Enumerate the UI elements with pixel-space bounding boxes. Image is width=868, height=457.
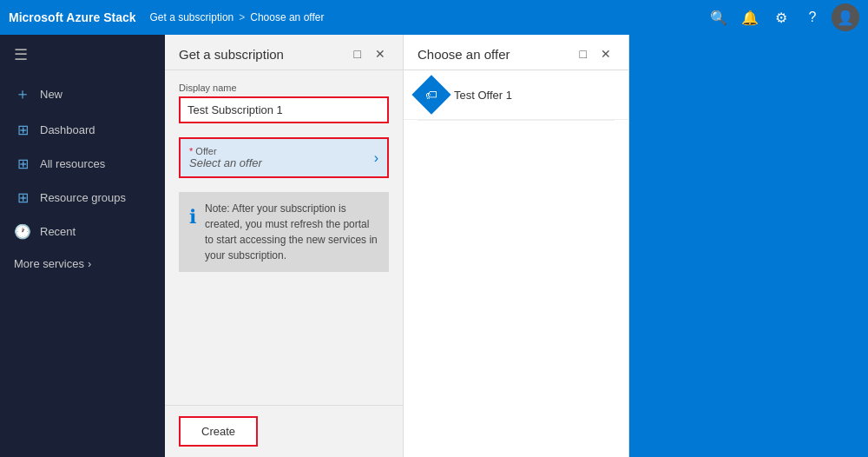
offer-selector-content: * Offer Select an offer [189,146,262,169]
notifications-icon[interactable]: 🔔 [738,5,762,30]
recent-icon: 🕐 [14,223,31,240]
panel-left-title: Get a subscription [179,47,284,62]
offer-chevron-icon: › [374,150,378,166]
display-name-group: Display name [179,83,389,123]
more-services-label: More services [14,257,84,270]
info-text: Note: After your subscription is created… [205,201,378,263]
sidebar-item-recent[interactable]: 🕐 Recent [0,215,165,248]
panel-right-minimize[interactable]: □ [576,45,590,63]
dashboard-icon: ⊞ [14,122,31,138]
panel-left-minimize[interactable]: □ [351,45,365,63]
offer-list: 🏷 Test Offer 1 [404,70,628,120]
offer-label: * Offer [189,146,262,156]
panel-right-title: Choose an offer [418,47,510,62]
info-box: ℹ Note: After your subscription is creat… [179,192,389,272]
sidebar-item-dashboard[interactable]: ⊞ Dashboard [0,113,165,147]
sidebar-label-dashboard: Dashboard [40,123,95,136]
more-services-link[interactable]: More services › [0,248,165,279]
resource-groups-icon: ⊞ [14,189,31,206]
sidebar-label-new: New [40,88,62,101]
panel-right-header: Choose an offer □ ✕ [404,35,628,70]
main-layout: ☰ ＋ New ⊞ Dashboard ⊞ All resources ⊞ Re… [0,35,868,457]
breadcrumb-step1[interactable]: Get a subscription [150,11,234,23]
offer-tag-icon: 🏷 [411,75,450,114]
brand-title: Microsoft Azure Stack [9,10,136,24]
all-resources-icon: ⊞ [14,156,31,172]
sidebar-item-all-resources[interactable]: ⊞ All resources [0,147,165,181]
content-area: Get a subscription □ ✕ Display name [165,35,868,457]
panel-left-close[interactable]: ✕ [372,45,389,63]
sidebar: ☰ ＋ New ⊞ Dashboard ⊞ All resources ⊞ Re… [0,35,165,457]
topbar: Microsoft Azure Stack Get a subscription… [0,0,868,35]
extra-panel [629,35,868,457]
display-name-input[interactable] [179,96,389,123]
panel-left-controls: □ ✕ [351,45,389,63]
sidebar-item-new[interactable]: ＋ New [0,75,165,113]
info-icon: ℹ [189,202,196,263]
search-icon[interactable]: 🔍 [707,5,731,30]
hamburger-menu[interactable]: ☰ [0,35,165,75]
offer-placeholder-text: Select an offer [189,156,262,169]
breadcrumb: Get a subscription > Choose an offer [150,11,707,23]
sidebar-item-resource-groups[interactable]: ⊞ Resource groups [0,181,165,215]
offer-item-0[interactable]: 🏷 Test Offer 1 [404,70,628,120]
help-icon[interactable]: ? [800,5,825,30]
offer-list-divider [418,120,615,121]
sidebar-label-recent: Recent [40,225,76,238]
panel-right-controls: □ ✕ [576,45,615,63]
panel-left-footer: Create [165,405,403,457]
settings-icon[interactable]: ⚙ [769,5,793,30]
offer-item-name-0: Test Offer 1 [454,89,512,102]
user-avatar[interactable]: 👤 [832,3,859,31]
create-button[interactable]: Create [179,416,258,447]
get-subscription-panel: Get a subscription □ ✕ Display name [165,35,404,457]
offer-group: * Offer Select an offer › [179,137,389,178]
display-name-label: Display name [179,83,389,93]
offer-selector[interactable]: * Offer Select an offer › [179,137,389,178]
plus-icon: ＋ [14,83,31,104]
chevron-right-icon: › [88,257,91,270]
sidebar-label-all-resources: All resources [40,157,105,170]
panel-right-close[interactable]: ✕ [597,45,615,63]
choose-offer-panel: Choose an offer □ ✕ 🏷 Test Offer 1 [404,35,629,457]
sidebar-label-resource-groups: Resource groups [40,191,126,204]
panel-left-body: Display name * Offer Select an offer › [165,70,403,405]
topbar-icons: 🔍 🔔 ⚙ ? 👤 [707,3,859,31]
breadcrumb-step2[interactable]: Choose an offer [250,11,324,23]
breadcrumb-separator: > [239,11,245,23]
panel-left-header: Get a subscription □ ✕ [165,35,403,70]
